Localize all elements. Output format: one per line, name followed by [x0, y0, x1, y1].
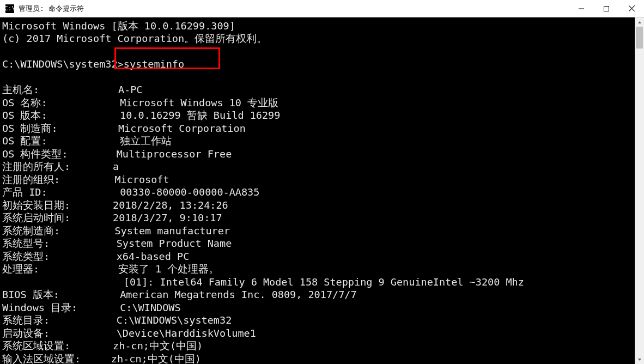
maximize-button[interactable] [594, 0, 619, 17]
titlebar[interactable]: C:\ 管理员: 命令提示符 [0, 0, 644, 17]
scrollbar-thumb[interactable] [636, 27, 643, 48]
window-controls [569, 0, 644, 17]
terminal-output[interactable]: Microsoft Windows [版本 10.0.16299.309] (c… [0, 17, 635, 364]
window-title: 管理员: 命令提示符 [19, 4, 569, 14]
cmd-icon: C:\ [5, 4, 14, 13]
scroll-down-button[interactable] [635, 355, 644, 364]
close-button[interactable] [619, 0, 644, 17]
scroll-up-button[interactable] [635, 17, 644, 27]
scrollbar[interactable] [635, 17, 644, 364]
minimize-button[interactable] [569, 0, 594, 17]
terminal-area: Microsoft Windows [版本 10.0.16299.309] (c… [0, 17, 644, 364]
svg-rect-0 [604, 6, 609, 11]
command-prompt-window: C:\ 管理员: 命令提示符 Microsoft Windows [版本 10.… [0, 0, 644, 364]
